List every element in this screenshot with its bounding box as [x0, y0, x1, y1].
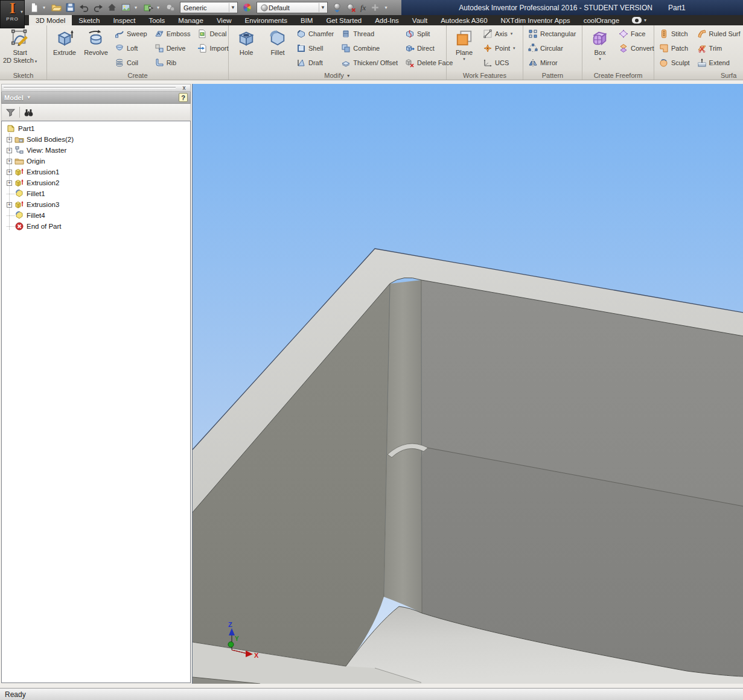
render-image-icon[interactable] — [121, 2, 131, 13]
revolve-button[interactable]: Revolve — [81, 27, 111, 71]
appearance-dropdown[interactable]: Default▼ — [257, 2, 328, 13]
panel-caption[interactable]: Work Features — [447, 71, 523, 80]
expand-icon[interactable]: + — [7, 148, 12, 153]
measure-icon[interactable] — [370, 2, 380, 13]
close-icon[interactable]: x — [180, 84, 188, 92]
tree-item-end-of-part[interactable]: End of Part — [2, 221, 190, 232]
chamfer-button[interactable]: Chamfer — [294, 27, 337, 41]
sketch-button[interactable]: Start2D Sketch ▾ — [2, 27, 37, 71]
expand-icon[interactable]: + — [7, 137, 12, 142]
rib-button[interactable]: Rib — [152, 56, 194, 70]
tab-bim[interactable]: BIM — [294, 15, 319, 25]
tab-inspect[interactable]: Inspect — [106, 15, 142, 25]
expand-icon[interactable]: + — [7, 170, 12, 175]
stitch-button[interactable]: Stitch — [657, 27, 694, 41]
tab-coolorange[interactable]: coolOrange — [577, 15, 626, 25]
panel-caption[interactable]: Sketch — [0, 71, 46, 80]
filter-icon[interactable] — [5, 107, 16, 118]
appearance-wheel-icon[interactable] — [242, 2, 252, 13]
rectangular-button[interactable]: Rectangular — [526, 27, 579, 41]
tree-item-origin[interactable]: +Origin — [2, 156, 190, 167]
draft-button[interactable]: Draft — [294, 56, 337, 70]
panel-caption[interactable]: Surfa — [654, 71, 743, 80]
extend-button[interactable]: Extend — [695, 56, 743, 70]
import-button[interactable]: Import — [195, 41, 232, 56]
undo-icon[interactable] — [79, 2, 89, 13]
tab-manage[interactable]: Manage — [171, 15, 210, 25]
convert-button[interactable]: Convert — [616, 41, 658, 56]
emboss-button[interactable]: Emboss — [152, 27, 194, 41]
tree-item-fillet1[interactable]: Fillet1 — [2, 188, 190, 199]
thread-button[interactable]: Thread — [339, 27, 401, 41]
tree-item-view-master[interactable]: +View: Master — [2, 145, 190, 156]
tab-add-ins[interactable]: Add-Ins — [368, 15, 406, 25]
panel-caption[interactable]: Pattern — [523, 71, 582, 80]
tree-item-part1[interactable]: Part1 — [2, 123, 190, 134]
mirror-button[interactable]: Mirror — [526, 56, 579, 70]
tree-item-extrusion2[interactable]: +Extrusion2 — [2, 177, 190, 188]
tree-item-solid-bodies-2-[interactable]: +Solid Bodies(2) — [2, 134, 190, 145]
axis-button[interactable]: Axis▾ — [480, 27, 519, 41]
panel-caption[interactable]: Modify▼ — [229, 71, 446, 80]
tab-view[interactable]: View — [210, 15, 238, 25]
tab-autodesk-a360[interactable]: Autodesk A360 — [434, 15, 494, 25]
new-document-icon[interactable] — [29, 2, 39, 13]
decal-button[interactable]: Decal — [195, 27, 232, 41]
open-folder-icon[interactable] — [51, 2, 62, 13]
fillet-button[interactable]: Fillet — [263, 27, 293, 71]
redo-icon[interactable] — [93, 2, 103, 13]
circular-button[interactable]: Circular — [526, 41, 579, 56]
appearance-override-icon[interactable] — [332, 2, 342, 13]
panel-caption[interactable]: Create Freeform — [582, 71, 654, 80]
expand-icon[interactable]: + — [7, 159, 12, 164]
expand-icon[interactable]: + — [7, 180, 12, 186]
tab-environments[interactable]: Environments — [238, 15, 294, 25]
coil-button[interactable]: Coil — [112, 56, 151, 70]
tab-tools[interactable]: Tools — [142, 15, 171, 25]
tree-item-fillet4[interactable]: Fillet4 — [2, 210, 190, 221]
browser-drag-bar[interactable]: x — [1, 84, 191, 92]
combine-button[interactable]: Combine — [339, 41, 401, 56]
shell-button[interactable]: Shell — [294, 41, 337, 56]
extrude-button[interactable]: Extrude — [49, 27, 80, 71]
boxff-button[interactable]: Box▾ — [585, 27, 615, 71]
browser-header[interactable]: Model ▼ ? — [1, 92, 191, 104]
face-button[interactable]: Face — [616, 27, 658, 41]
appearance-clear-icon[interactable] — [346, 2, 356, 13]
loft-button[interactable]: Loft — [112, 41, 151, 56]
material-style-dropdown[interactable]: Generic▼ — [180, 2, 238, 13]
tab-get-started[interactable]: Get Started — [319, 15, 368, 25]
home-icon[interactable] — [107, 2, 117, 13]
chevron-down-icon[interactable]: ▼ — [229, 3, 237, 12]
qat-expand-caret-icon[interactable]: ▾ — [384, 5, 389, 10]
chevron-down-icon[interactable]: ▾ — [135, 5, 139, 10]
ruled-surface-button[interactable]: Ruled Surf — [695, 27, 743, 41]
plane-button[interactable]: Plane▾ — [449, 27, 479, 71]
search-icon[interactable] — [24, 107, 34, 118]
material-select-icon[interactable] — [143, 2, 153, 13]
save-icon[interactable] — [65, 2, 75, 13]
chevron-down-icon[interactable]: ▼ — [319, 3, 327, 12]
hole-button[interactable]: Hole — [231, 27, 261, 71]
thicken-button[interactable]: Thicken/ Offset — [339, 56, 401, 70]
tab-nxtdim-inventor-apps[interactable]: NXTdim Inventor Apps — [494, 15, 577, 25]
sculpt-button[interactable]: Sculpt — [657, 56, 694, 70]
point-button[interactable]: Point▾ — [480, 41, 519, 56]
application-menu-button[interactable]: I ▾ PRO — [0, 0, 25, 28]
patch-button[interactable]: Patch — [657, 41, 694, 56]
graphics-viewport[interactable]: Z Y X — [192, 84, 743, 684]
chevron-down-icon[interactable]: ▾ — [157, 5, 162, 10]
sweep-button[interactable]: Sweep — [112, 27, 151, 41]
expand-icon[interactable]: + — [7, 202, 12, 208]
chevron-down-icon[interactable]: ▾ — [43, 5, 48, 10]
ucs-button[interactable]: UCS — [480, 56, 519, 70]
tab-sketch[interactable]: Sketch — [72, 15, 106, 25]
reference-spheres-icon[interactable] — [165, 2, 176, 13]
panel-caption[interactable]: Create — [47, 71, 228, 80]
tree-item-extrusion3[interactable]: +Extrusion3 — [2, 199, 190, 210]
tab-vault[interactable]: Vault — [406, 15, 434, 25]
parameters-fx-icon[interactable]: fx — [360, 3, 366, 13]
derive-button[interactable]: Derive — [152, 41, 194, 56]
tree-item-extrusion1[interactable]: +Extrusion1 — [2, 167, 190, 177]
tab-3d-model[interactable]: 3D Model — [29, 15, 72, 25]
